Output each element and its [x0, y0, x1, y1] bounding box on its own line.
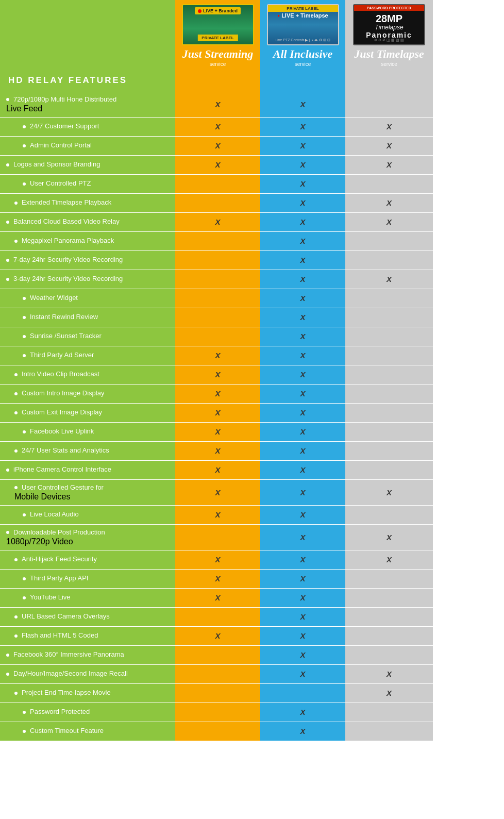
bullet-icon: [23, 182, 26, 186]
check-cell-2: [260, 684, 345, 703]
check-cell-1: X: [175, 404, 260, 422]
check-cell-2: X: [260, 194, 345, 212]
plan3-content: 28MP Timelapse Panoramic: [354, 13, 424, 39]
feature-row: Custom Intro Image DisplayXX: [0, 385, 433, 404]
check-mark: X: [300, 256, 305, 264]
feature-name-cell: 3-day 24hr Security Video Recording: [0, 270, 175, 289]
check-mark: X: [215, 555, 220, 564]
check-cell-1: X: [175, 118, 260, 136]
check-mark: X: [387, 670, 392, 678]
feature-row: Megapixel Panorama PlaybackX: [0, 232, 433, 251]
check-cell-2: X: [260, 627, 345, 645]
feature-label: Live Local Audio: [30, 510, 79, 519]
check-mark: X: [300, 294, 305, 303]
plan3-controls: ⊕ ⊖ ⊘ ◫ ▦ ▧ ▤: [354, 38, 424, 42]
check-mark: X: [215, 370, 220, 379]
feature-label: Admin Control Portal: [30, 141, 92, 150]
check-cell-2: X: [260, 232, 345, 250]
feature-row: Day/Hour/Image/Second Image RecallXX: [0, 665, 433, 684]
check-mark: X: [300, 593, 305, 602]
check-cell-1: X: [175, 627, 260, 645]
check-cell-1: [175, 665, 260, 683]
check-mark: X: [300, 670, 305, 678]
feature-label: Weather Widget: [30, 294, 78, 303]
feature-name-cell: 720p/1080p Multi Hone DistributedLive Fe…: [0, 92, 175, 117]
feature-name-cell: Facebook Live Uplink: [0, 423, 175, 441]
feature-label: Megapixel Panorama Playback: [22, 237, 114, 245]
bullet-icon: [23, 354, 26, 357]
feature-row: Flash and HTML 5 CodedXX: [0, 627, 433, 646]
feature-row: 7-day 24hr Security Video RecordingX: [0, 251, 433, 270]
feature-label: Balanced Cloud Based Video Relay: [13, 218, 120, 226]
check-mark: X: [215, 631, 220, 640]
plan2-live: ● LIVE + Timelapse: [268, 12, 338, 19]
check-cell-2: X: [260, 506, 345, 524]
check-mark: X: [300, 408, 305, 417]
feature-label: Sunrise /Sunset Tracker: [30, 332, 102, 341]
bullet-icon: [14, 449, 18, 453]
feature-label: 3-day 24hr Security Video Recording: [13, 275, 123, 283]
feature-row: Custom Exit Image DisplayXX: [0, 404, 433, 423]
feature-label: Project End Time-lapse Movie: [22, 689, 111, 697]
feature-label: 24/7 User Stats and Analytics: [22, 446, 109, 455]
bullet-icon: [6, 673, 9, 676]
bullet-icon: [14, 411, 18, 414]
check-cell-2: X: [260, 92, 345, 117]
check-mark: X: [300, 488, 305, 497]
feature-row: 24/7 Customer SupportXXX: [0, 118, 433, 137]
check-cell-1: X: [175, 423, 260, 441]
feature-label: Flash and HTML 5 Coded: [22, 631, 98, 640]
check-mark: X: [300, 650, 305, 659]
feature-label: Facebook 360° Immersive Panorama: [13, 650, 124, 659]
check-cell-1: X: [175, 506, 260, 524]
check-mark: X: [300, 160, 305, 169]
check-cell-2: X: [260, 423, 345, 441]
feature-name-cell: User Controlled PTZ: [0, 175, 175, 193]
check-mark: X: [215, 488, 220, 497]
plan1-title: Just Streaming: [182, 47, 254, 61]
feature-label: Intro Video Clip Broadcast: [22, 370, 99, 379]
feature-name-cell: Anti-Hijack Feed Security: [0, 550, 175, 569]
check-cell-1: X: [175, 442, 260, 460]
feature-row: URL Based Camera OverlaysX: [0, 608, 433, 627]
check-cell-1: [175, 194, 260, 212]
check-mark: X: [300, 313, 305, 322]
plan3-title: Just Timelapse: [354, 47, 424, 61]
check-cell-3: [345, 404, 433, 422]
feature-row: Live Local AudioXX: [0, 506, 433, 525]
check-mark: X: [300, 631, 305, 640]
feature-label: iPhone Camera Control Interface: [13, 465, 111, 474]
plan2-top-badge: PRIVATE LABEL: [268, 5, 338, 12]
bullet-icon: [14, 634, 18, 638]
check-cell-2: X: [260, 270, 345, 289]
feature-row: User Controlled Gesture forMobile Device…: [0, 480, 433, 506]
check-mark: X: [215, 122, 220, 131]
feature-name-cell: Logos and Sponsor Branding: [0, 156, 175, 174]
feature-name-cell: Megapixel Panorama Playback: [0, 232, 175, 250]
check-mark: X: [300, 218, 305, 226]
check-mark: X: [300, 100, 305, 109]
check-cell-3: [345, 232, 433, 250]
check-cell-2: X: [260, 404, 345, 422]
check-mark: X: [300, 612, 305, 621]
check-mark: X: [300, 370, 305, 379]
check-mark: X: [215, 141, 220, 150]
check-cell-1: X: [175, 92, 260, 117]
check-mark: X: [300, 727, 305, 736]
check-cell-3: X: [345, 480, 433, 505]
feature-label: Custom Intro Image Display: [22, 389, 104, 398]
section-title: HD RELAY FEATURES: [8, 75, 127, 86]
check-cell-3: X: [345, 194, 433, 212]
bullet-icon: [6, 654, 9, 657]
feature-row: iPhone Camera Control InterfaceXX: [0, 461, 433, 480]
check-mark: X: [215, 446, 220, 455]
plan3-top-badge: PASSWORD PROTECTED: [354, 5, 424, 11]
feature-name-cell: Live Local Audio: [0, 506, 175, 524]
check-cell-2: X: [260, 385, 345, 403]
check-mark: X: [300, 122, 305, 131]
feature-row: Project End Time-lapse MovieX: [0, 684, 433, 703]
check-cell-1: X: [175, 461, 260, 479]
check-mark: X: [300, 427, 305, 436]
check-mark: X: [387, 122, 392, 131]
check-cell-1: X: [175, 550, 260, 569]
